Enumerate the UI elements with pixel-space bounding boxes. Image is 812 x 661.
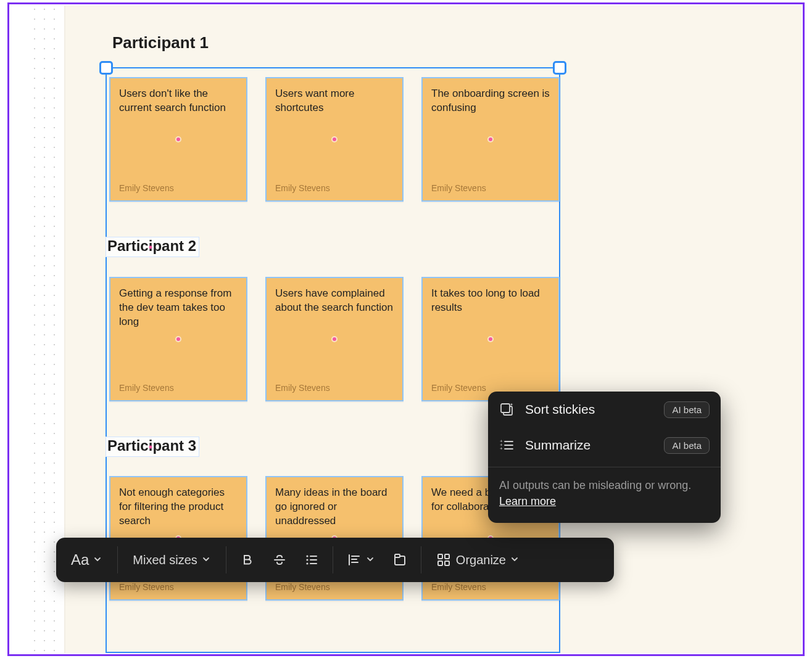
sticky-text: Getting a response from the dev team tak… — [119, 287, 238, 329]
disclaimer-text: AI outputs can be misleading or wrong. — [499, 479, 691, 491]
organize-grid-icon — [436, 552, 451, 567]
learn-more-link[interactable]: Learn more — [499, 495, 556, 507]
figjam-canvas[interactable]: Participant 1 Users don't like the curre… — [64, 6, 802, 653]
strikethrough-button[interactable] — [263, 545, 296, 575]
svg-text:+: + — [500, 446, 503, 451]
bold-icon — [240, 552, 255, 567]
selection-handle-top-left[interactable] — [99, 61, 113, 75]
sticky-author: Emily Stevens — [431, 383, 486, 393]
selection-handle-top-right[interactable] — [553, 61, 566, 75]
pin-icon — [489, 337, 492, 341]
sticky-text: It takes too long to load results — [431, 287, 550, 315]
size-label: Mixed sizes — [133, 553, 197, 567]
bullet-list-button[interactable] — [296, 545, 328, 575]
sticky-note[interactable]: Getting a response from the dev team tak… — [109, 277, 247, 401]
sticky-note[interactable]: Users want more shortcutes Emily Stevens — [265, 77, 404, 202]
font-size-dropdown[interactable]: Mixed sizes — [123, 545, 220, 575]
viewport-frame: Participant 1 Users don't like the curre… — [7, 2, 805, 656]
popover-divider — [488, 467, 721, 467]
sticky-note[interactable]: It takes too long to load results Emily … — [421, 277, 560, 401]
hide-author-button[interactable] — [384, 545, 416, 575]
sticky-author: Emily Stevens — [119, 183, 174, 193]
sticky-author: Emily Stevens — [275, 582, 330, 592]
popover-label: Sort stickies — [525, 402, 654, 417]
bullet-list-icon — [304, 552, 319, 567]
sticky-text: Users have complained about the search f… — [275, 287, 394, 315]
heading-participant-3[interactable]: Participant 3 — [106, 437, 199, 457]
summarize-list-icon: + + + — [498, 437, 515, 454]
organize-popover: Sort stickies AI beta + + + Summarize AI… — [488, 392, 721, 523]
ai-beta-badge: AI beta — [664, 401, 710, 418]
sticky-text: Many ideas in the board go ignored or un… — [275, 486, 394, 528]
organize-dropdown[interactable]: Organize — [426, 545, 529, 575]
pin-icon — [333, 337, 336, 341]
chevron-down-icon — [94, 556, 102, 564]
sticky-text: Users want more shortcutes — [275, 87, 394, 115]
svg-rect-13 — [438, 554, 442, 559]
author-toggle-icon — [392, 552, 407, 567]
sticky-note[interactable]: The onboarding screen is confusing Emily… — [421, 77, 560, 202]
sticky-author: Emily Stevens — [275, 183, 330, 193]
heading-participant-2[interactable]: Participant 2 — [106, 237, 199, 257]
heading-participant-1[interactable]: Participant 1 — [112, 33, 209, 52]
summarize-item[interactable]: + + + Summarize AI beta — [488, 427, 721, 463]
sticky-text: Users don't like the current search func… — [119, 87, 238, 115]
svg-point-1 — [306, 555, 308, 557]
sticky-text: Not enough categories for filtering the … — [119, 486, 238, 528]
bold-button[interactable] — [231, 545, 263, 575]
pin-icon — [176, 337, 180, 341]
svg-rect-12 — [395, 554, 400, 557]
ai-disclaimer: AI outputs can be misleading or wrong. L… — [488, 471, 721, 520]
align-top-left-icon — [347, 552, 362, 567]
svg-point-3 — [306, 559, 308, 560]
sticky-author: Emily Stevens — [119, 383, 174, 393]
font-picker-button[interactable]: Aa — [61, 545, 112, 575]
pin-icon — [333, 138, 336, 141]
strikethrough-icon — [272, 552, 287, 567]
svg-rect-18 — [501, 404, 510, 413]
svg-rect-15 — [438, 561, 442, 565]
svg-rect-14 — [445, 554, 449, 559]
align-dropdown[interactable] — [338, 545, 384, 575]
organize-label: Organize — [456, 553, 506, 567]
popover-label: Summarize — [525, 438, 654, 453]
sticky-author: Emily Stevens — [275, 383, 330, 393]
sort-stickies-item[interactable]: Sort stickies AI beta — [488, 392, 721, 427]
font-label: Aa — [71, 551, 89, 569]
pin-icon — [489, 138, 492, 141]
sticky-note[interactable]: Users don't like the current search func… — [109, 77, 247, 202]
sticky-author: Emily Stevens — [431, 183, 486, 193]
ai-beta-badge: AI beta — [664, 437, 710, 454]
chevron-down-icon — [202, 556, 211, 564]
chevron-down-icon — [511, 556, 520, 564]
sticky-note[interactable]: Users have complained about the search f… — [265, 277, 404, 401]
sticky-author: Emily Stevens — [431, 582, 486, 592]
sort-stack-icon — [498, 401, 515, 418]
pin-icon — [176, 138, 180, 141]
svg-point-5 — [306, 562, 308, 564]
sticky-author: Emily Stevens — [119, 582, 174, 592]
chevron-down-icon — [367, 556, 375, 564]
svg-rect-16 — [445, 561, 449, 565]
sticky-text: The onboarding screen is confusing — [431, 87, 550, 115]
text-toolbar: Aa Mixed sizes — [56, 538, 614, 582]
